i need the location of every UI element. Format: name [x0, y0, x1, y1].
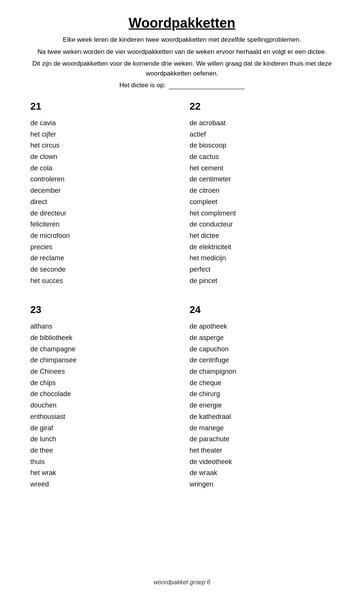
list-item: de microfoon [30, 230, 174, 242]
section-24-words: de apotheek de asperge de capuchon de ce… [190, 321, 334, 490]
list-item: de acrobaat [190, 118, 334, 129]
list-item: enthousiast [30, 411, 174, 423]
section-22: 22 de acrobaat actief de bioscoop de cac… [190, 101, 334, 300]
list-item: de parachute [190, 434, 334, 445]
list-item: december [30, 185, 174, 197]
list-item: althans [30, 321, 174, 332]
list-item: compleet [190, 197, 334, 208]
dictee-input-space [169, 81, 245, 89]
list-item: de bioscoop [190, 140, 334, 151]
section-24: 24 de apotheek de asperge de capuchon de… [190, 304, 334, 503]
section-23-words: althans de bibliotheek de champagne de c… [30, 321, 174, 490]
list-item: de cheque [190, 378, 334, 389]
list-item: de cavia [30, 118, 174, 129]
dictee-label: Het dictee is op: [119, 82, 166, 89]
list-item: de citroen [190, 185, 334, 197]
list-item: de conducteur [190, 219, 334, 230]
section-21-words: de cavia het cijfer het circus de clown … [30, 118, 174, 286]
list-item: actief [190, 129, 334, 140]
section-24-number: 24 [190, 304, 334, 316]
list-item: wreed [30, 479, 174, 490]
list-item: de centimeter [190, 174, 334, 185]
list-item: het medicijn [190, 253, 334, 264]
list-item: de directeur [30, 208, 174, 219]
list-item: de champignon [190, 366, 334, 378]
list-item: de lunch [30, 434, 174, 445]
list-item: direct [30, 197, 174, 208]
list-item: de apotheek [190, 321, 334, 332]
intro-line3: Dit zijn de woordpakketten voor de komen… [30, 59, 334, 78]
header: Woordpakketten Elke week leren de kinder… [30, 15, 334, 89]
list-item: precies [30, 242, 174, 253]
page-title: Woordpakketten [30, 15, 334, 31]
list-item: het circus [30, 140, 174, 151]
list-item: controleren [30, 174, 174, 185]
list-item: het theater [190, 445, 334, 456]
list-item: feliciteren [30, 219, 174, 230]
section-23-number: 23 [30, 304, 174, 316]
list-item: de chocolade [30, 389, 174, 400]
section-22-words: de acrobaat actief de bioscoop de cactus… [190, 118, 334, 286]
page: Woordpakketten Elke week leren de kinder… [0, 0, 364, 601]
section-21: 21 de cavia het cijfer het circus de clo… [30, 101, 174, 300]
list-item: perfect [190, 264, 334, 275]
list-item: de pincet [190, 275, 334, 287]
footer-text: woordpakket groep 6 [154, 579, 210, 585]
list-item: de elektriciteit [190, 242, 334, 253]
list-item: de videotheek [190, 456, 334, 468]
list-item: de clown [30, 151, 174, 163]
list-item: douchen [30, 400, 174, 411]
list-item: het compliment [190, 208, 334, 219]
footer: woordpakket groep 6 [0, 579, 364, 586]
list-item: het dictee [190, 230, 334, 242]
list-item: de chips [30, 378, 174, 389]
list-item: de energie [190, 400, 334, 411]
list-item: het succes [30, 275, 174, 287]
section-21-number: 21 [30, 101, 174, 112]
list-item: de champagne [30, 344, 174, 355]
list-item: de cactus [190, 151, 334, 163]
list-item: thuis [30, 456, 174, 468]
list-item: de manege [190, 423, 334, 434]
section-23: 23 althans de bibliotheek de champagne d… [30, 304, 174, 503]
list-item: de asperge [190, 332, 334, 344]
list-item: de reclame [30, 253, 174, 264]
list-item: de centrifuge [190, 355, 334, 366]
list-item: de Chinees [30, 366, 174, 378]
sections-grid: 21 de cavia het cijfer het circus de clo… [30, 101, 334, 508]
list-item: de kathedraal [190, 411, 334, 423]
dictee-line: Het dictee is op: [30, 81, 334, 89]
list-item: het cement [190, 163, 334, 174]
intro-line1: Elke week leren de kinderen twee woordpa… [30, 35, 334, 45]
list-item: het wrak [30, 467, 174, 479]
list-item: de chimpansee [30, 355, 174, 366]
section-22-number: 22 [190, 101, 334, 112]
list-item: de cola [30, 163, 174, 174]
list-item: de capuchon [190, 344, 334, 355]
list-item: de giraf [30, 423, 174, 434]
intro-line2: Na twee weken worden de vier woordpakket… [30, 47, 334, 57]
list-item: wringen [190, 479, 334, 490]
list-item: de bibliotheek [30, 332, 174, 344]
list-item: de chirurg [190, 389, 334, 400]
list-item: de thee [30, 445, 174, 456]
list-item: de seconde [30, 264, 174, 275]
list-item: het cijfer [30, 129, 174, 140]
list-item: de wraak [190, 467, 334, 479]
